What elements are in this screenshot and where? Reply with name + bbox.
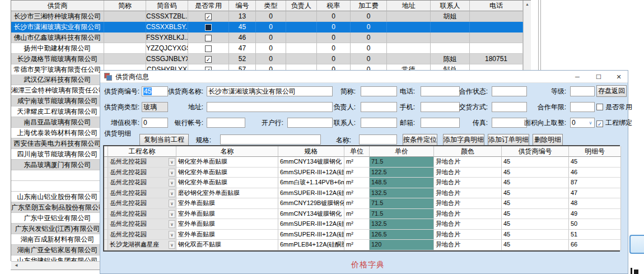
table-row[interactable]: 扬州中勤建材有限公司YZZQJCYXGS47000 (11, 43, 531, 54)
supplier-row[interactable] (11, 170, 104, 181)
table-row[interactable]: 长沙市三湘特种玻璃有限公司CSSSXTZBL...✓13000胡姐 (11, 11, 531, 22)
add-dictionary-detail-button[interactable]: 添加字典明细 (443, 134, 484, 146)
combo-dropdown-icon[interactable]: ∨ (169, 199, 175, 207)
combo-dropdown-icon[interactable]: ∨ (169, 179, 175, 187)
grid-cell-price[interactable]: 71.5 (370, 209, 434, 220)
grid-row[interactable]: 岳州北控花园∨室外单面贴膜6mmCNY134镀膜钢化m²71.5异地合片4549 (104, 209, 619, 220)
grid-cell-spec[interactable]: 6mmPLE84+12A(硅酮胺... (278, 240, 344, 250)
grid-row-header[interactable] (104, 198, 108, 209)
grid-row[interactable]: 岳州北控花园∨室外单面贴膜6mmCNY129B镀膜钢化m²71.5异地合片454… (104, 198, 619, 209)
grid-cell-detail-id[interactable]: 87 (569, 178, 621, 188)
common-use-checkbox[interactable]: 是否常用 (596, 103, 632, 112)
grid-row-header[interactable] (104, 230, 108, 240)
grid-cell-supplier-id[interactable]: 45 (502, 219, 569, 230)
combo-dropdown-icon[interactable]: ∨ (169, 231, 175, 239)
grid-cell-color[interactable]: 异地合片 (434, 157, 502, 168)
grid-cell-unit[interactable]: m² (344, 188, 370, 199)
column-header[interactable]: 税率 (317, 1, 351, 11)
grid-cell-detail-id[interactable]: 50 (569, 219, 621, 230)
delete-detail-button[interactable]: 删除明细 (533, 134, 563, 146)
column-header[interactable]: 地址 (387, 1, 431, 11)
grid-cell-unit[interactable]: m² (344, 168, 370, 178)
grid-cell-name[interactable]: 室外单面贴膜 (176, 230, 278, 240)
grid-cell-detail-id[interactable]: 46 (569, 168, 621, 178)
grid-cell-color[interactable]: 异地合片 (434, 240, 502, 250)
name-filter-input[interactable] (359, 134, 397, 145)
column-header[interactable]: 负责人 (286, 1, 317, 11)
grid-row-header[interactable] (104, 240, 108, 250)
grid-cell-spec[interactable]: 6mm白玻+1.14PVB+6mm... (278, 178, 344, 188)
table-row[interactable]: 佛山市亿鑫玻璃科技有限公司FSSYXBLKJ...46000 (11, 32, 531, 43)
table-horizontal-scrollbar[interactable]: ◄ (11, 261, 100, 270)
column-header[interactable]: 类型 (256, 1, 286, 11)
grid-cell-price[interactable]: 132.5 (370, 188, 434, 199)
grid-cell-project[interactable]: 岳州北控花园∨ (108, 178, 176, 188)
grid-cell-supplier-id[interactable]: 45 (502, 240, 569, 250)
grid-cell-unit[interactable]: m² (344, 178, 370, 188)
project-binding-checkbox[interactable]: ✓工程绑定 (596, 118, 632, 127)
grid-row-header[interactable] (104, 168, 108, 178)
grid-column-header[interactable]: 工程名称 (108, 146, 176, 157)
combo-dropdown-icon[interactable]: ∨ (169, 169, 175, 177)
combo-dropdown-icon[interactable]: ∨ (169, 210, 175, 218)
grid-cell-name[interactable]: 钢化室外单面贴膜 (176, 157, 278, 168)
grid-cell-spec[interactable]: 6mmCNY129B镀膜钢化 (278, 198, 344, 209)
grid-row[interactable]: 岳州北控花园∨钢化室外单面贴膜6mmSUPER-III+12A(硅...m²12… (104, 168, 619, 178)
grid-cell-spec[interactable]: 6mmSUPER-III+12A(硅... (278, 230, 344, 240)
minimize-button[interactable]: ─ (570, 71, 585, 83)
supplier-row[interactable]: 广东中亚铝业有限公司 (11, 213, 104, 224)
grid-cell-supplier-id[interactable]: 45 (502, 178, 569, 188)
grid-cell-unit[interactable]: m² (344, 240, 370, 250)
table-row[interactable]: 长沙晟格节能玻璃有限公司CSSGJNBLYXGS✓52000陈姐180751 (11, 54, 531, 64)
grid-cell-price[interactable]: 132.5 (370, 219, 434, 230)
scroll-left-icon[interactable]: ◄ (12, 262, 20, 270)
grid-cell-color[interactable]: 异地合片 (434, 230, 502, 240)
combo-dropdown-icon[interactable]: ∨ (169, 220, 175, 228)
grid-cell-spec[interactable]: 6mmSUPER-III+12A(硅... (278, 219, 344, 230)
grid-cell-supplier-id[interactable]: 45 (502, 188, 569, 199)
grid-cell-project[interactable]: 岳州北控花园∨ (108, 209, 176, 220)
grade-input[interactable] (570, 86, 595, 96)
grid-row-header[interactable] (104, 209, 108, 220)
grid-cell-name[interactable]: 室外单面贴膜 (176, 219, 278, 230)
round-up-select[interactable]: 0∨ (570, 118, 595, 128)
grid-cell-price[interactable]: 71.5 (370, 198, 434, 209)
table-vertical-scrollbar[interactable]: ▲ (523, 1, 531, 75)
spec-filter-input[interactable] (220, 134, 321, 145)
grid-cell-color[interactable]: 异地合片 (434, 178, 502, 188)
grid-cell-name[interactable]: 磨砂钢化室外单面贴膜 (176, 188, 278, 199)
supplier-row[interactable]: 南昌亚晶玻璃有限公司 (11, 117, 104, 128)
dropdown-icon[interactable]: ∨ (587, 119, 594, 127)
grid-column-header[interactable]: 单位 (344, 146, 370, 157)
grid-column-header[interactable]: 供货商编号 (502, 146, 569, 157)
grid-cell-price[interactable]: 120 (370, 240, 434, 250)
grid-cell-price[interactable]: 126.5 (370, 230, 434, 240)
grid-row[interactable]: 岳州北控花园∨室外单面贴膜6mmSUPER-III+12A(硅...m²132.… (104, 219, 619, 230)
grid-cell-detail-id[interactable]: 48 (569, 198, 621, 209)
grid-cell-project[interactable]: 岳州北控花园∨ (108, 230, 176, 240)
coop-years-input[interactable] (570, 102, 595, 112)
bank-account-input[interactable] (207, 118, 245, 128)
grid-cell-name[interactable]: 室外单面贴膜 (176, 198, 278, 209)
grid-row-header[interactable] (104, 157, 108, 168)
grid-cell-supplier-id[interactable]: 45 (502, 198, 569, 209)
grid-cell-supplier-id[interactable]: 45 (502, 209, 569, 220)
supplier-row[interactable]: 天津耀皮工程玻璃有限公司 (11, 106, 104, 117)
grid-row[interactable]: 岳州北控花园∨钢化室外单面贴膜6mmCNY134镀膜钢化m²71.5异地合片45… (104, 157, 619, 168)
supplier-row[interactable]: 四川南玻节能玻璃有限公司 (11, 149, 104, 160)
grid-cell-color[interactable]: 异地合片 (434, 219, 502, 230)
grid-cell-name[interactable]: 室外单面贴膜 (176, 209, 278, 220)
grid-cell-supplier-id[interactable]: 45 (502, 157, 569, 168)
close-button[interactable]: ✕ (611, 71, 627, 83)
grid-row[interactable]: 岳州北控花园∨室外单面贴膜6mmSUPER-III+12A(硅...m²126.… (104, 230, 619, 240)
supplier-row[interactable]: 山东南山铝业股份有限公司 (11, 192, 104, 202)
grid-row[interactable]: 岳州北控花园∨钢化室外单面贴膜6mm白玻+1.14PVB+6mm...m²148… (104, 178, 619, 188)
grid-cell-spec[interactable]: 6mmCNY134镀膜钢化 (278, 157, 344, 168)
grid-cell-detail-id[interactable]: 49 (569, 209, 621, 220)
common-use-checkbox[interactable]: ✓ (205, 56, 212, 63)
supplier-name-input[interactable]: 长沙市潇湘玻璃实业有限公司 (207, 86, 333, 96)
supplier-row[interactable]: 山东华建铝业集团有限公司 (11, 256, 104, 261)
locate-by-condition-button[interactable]: 按条件定位 (403, 134, 437, 146)
grid-cell-project[interactable]: 岳州北控花园∨ (108, 157, 176, 168)
grid-cell-unit[interactable]: m² (344, 198, 370, 209)
